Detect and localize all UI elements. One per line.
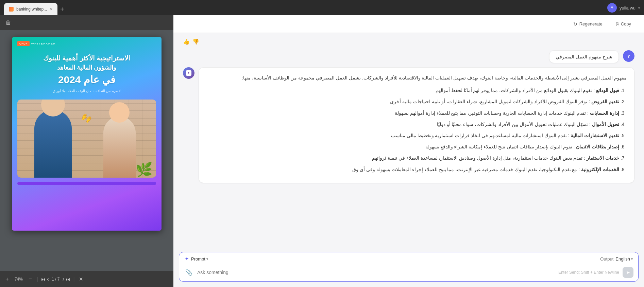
ai-logo: ✦ bbox=[186, 70, 191, 76]
prompt-toolbar: ✦ Prompt ▾ Output English ▾ bbox=[179, 252, 638, 264]
pdf-title-line1: الاستراتيجية الأكثر أهمية للبنوك bbox=[19, 53, 155, 63]
nav-last-button[interactable]: ⏭ bbox=[66, 276, 70, 282]
thumbs-up-button[interactable]: 👍 bbox=[183, 38, 190, 45]
user-dropdown-icon[interactable]: ▾ bbox=[638, 6, 640, 10]
ai-avatar: ✦ bbox=[183, 67, 194, 79]
thumbs-down-button[interactable]: 👎 bbox=[192, 38, 199, 45]
user-name: yulia wu bbox=[620, 5, 635, 11]
prompt-sparkle-icon: ✦ bbox=[185, 256, 189, 262]
language-chevron-icon: ▾ bbox=[631, 257, 633, 261]
zoom-in-button[interactable]: + bbox=[3, 275, 11, 283]
copy-icon: ⎘ bbox=[616, 21, 619, 27]
prompt-dropdown-button[interactable]: Prompt ▾ bbox=[191, 256, 208, 262]
new-tab-button[interactable]: + bbox=[60, 5, 64, 13]
send-button[interactable]: ➤ bbox=[623, 267, 633, 278]
pdf-accent-bar bbox=[17, 182, 156, 185]
ai-list: قبول الودائع : تقوم البنوك بقبول الودائع… bbox=[206, 86, 627, 174]
chat-panel: ↻ Regenerate ⎘ Copy 👍 👎 شرح مفهوم العمل … bbox=[173, 15, 644, 287]
zoom-out-button[interactable]: − bbox=[27, 275, 34, 283]
list-item: تقديم الاستشارات المالية : تقدم البنوك ا… bbox=[206, 131, 619, 140]
pdf-title-year: في عام 2024 bbox=[19, 74, 155, 86]
pdf-title-area: الاستراتيجية الأكثر أهمية للبنوك والشؤون… bbox=[12, 50, 162, 95]
pdf-subtitle: لا مزيد من التفاقات؛ حان الوقت للذهاب بل… bbox=[19, 89, 155, 93]
list-item: إصدار بطاقات الائتمان : تقوم البنوك بإصد… bbox=[206, 143, 619, 151]
pdf-page: UPDF WHITEPAPER الاستراتيجية الأكثر أهمي… bbox=[12, 37, 162, 231]
copy-button[interactable]: ⎘ Copy bbox=[613, 19, 634, 29]
list-item: تحويل الأموال : تسهّل البنوك عمليات تحوي… bbox=[206, 120, 619, 129]
ai-intro: مفهوم العمل المصرفي يشير إلى الأنشطة وال… bbox=[206, 74, 627, 82]
regenerate-icon: ↻ bbox=[573, 21, 577, 27]
ai-message-row: ✦ مفهوم العمل المصرفي يشير إلى الأنشطة و… bbox=[183, 67, 634, 183]
tab-label: banking whitep... bbox=[16, 7, 47, 12]
pdf-panel: 🗑 UPDF WHITEPAPER الاستراتيجية الأكثر أه… bbox=[0, 15, 173, 287]
pdf-title-line2: والشؤون المالية المعاهد bbox=[19, 63, 155, 72]
list-item: خدمات الاستثمار : تقدم بعض البنوك خدمات … bbox=[206, 154, 619, 162]
tab-favicon bbox=[9, 7, 14, 12]
user-message-row: شرح مفهوم العمل المصرفي Y bbox=[183, 50, 634, 63]
list-item: تقديم القروض : توفر البنوك القروض للأفرا… bbox=[206, 97, 619, 106]
pdf-bottom-toolbar: + 74% − | ⏮ ‹ 1 / 7 › ⏭ | ✕ bbox=[0, 271, 173, 287]
list-item: قبول الودائع : تقوم البنوك بقبول الودائع… bbox=[206, 86, 619, 95]
user-avatar: Y bbox=[607, 3, 617, 13]
close-pdf-button[interactable]: ✕ bbox=[79, 276, 83, 282]
prompt-chevron-icon: ▾ bbox=[206, 257, 208, 261]
chat-messages: 👍 👎 شرح مفهوم العمل المصرفي Y ✦ مفهوم ال… bbox=[173, 33, 644, 252]
user-avatar: Y bbox=[623, 50, 634, 62]
tab-close-icon[interactable]: ✕ bbox=[50, 7, 53, 12]
output-label: Output bbox=[600, 256, 613, 262]
prompt-area: ✦ Prompt ▾ Output English ▾ 📎 Enter Send… bbox=[179, 252, 639, 282]
pdf-content-area: UPDF WHITEPAPER الاستراتيجية الأكثر أهمي… bbox=[0, 30, 173, 271]
list-item: إدارة الحسابات : تقدم البنوك خدمات إدارة… bbox=[206, 109, 619, 118]
user-bubble: شرح مفهوم العمل المصرفي bbox=[549, 50, 619, 63]
prompt-input[interactable] bbox=[197, 270, 555, 275]
feedback-row: 👍 👎 bbox=[183, 38, 634, 46]
delete-button[interactable]: 🗑 bbox=[5, 19, 11, 26]
page-info: 1 / 7 bbox=[50, 277, 61, 282]
nav-next-button[interactable]: › bbox=[62, 275, 64, 283]
zoom-level: 74% bbox=[12, 277, 25, 282]
list-item: الخدمات الإلكترونية : مع تقدم التكنولوجي… bbox=[206, 165, 619, 174]
chat-action-bar: ↻ Regenerate ⎘ Copy bbox=[173, 15, 644, 33]
regenerate-button[interactable]: ↻ Regenerate bbox=[570, 19, 606, 29]
pdf-header-bar: UPDF WHITEPAPER bbox=[12, 37, 162, 50]
pdf-illustration: 🙌 🌿 bbox=[17, 100, 156, 178]
ai-bubble: مفهوم العمل المصرفي يشير إلى الأنشطة وال… bbox=[199, 67, 634, 183]
nav-first-button[interactable]: ⏮ bbox=[41, 276, 46, 282]
updf-badge: UPDF bbox=[17, 41, 30, 46]
whitepaper-badge: WHITEPAPER bbox=[31, 42, 56, 45]
active-tab[interactable]: banking whitep... ✕ bbox=[4, 3, 57, 15]
language-dropdown-button[interactable]: English ▾ bbox=[615, 256, 633, 262]
nav-prev-button[interactable]: ‹ bbox=[47, 275, 49, 283]
pdf-top-toolbar: 🗑 bbox=[0, 15, 173, 30]
prompt-input-row: 📎 Enter Send; Shift + Enter Newline ➤ bbox=[179, 264, 638, 281]
attach-button[interactable]: 📎 bbox=[184, 268, 194, 277]
send-hint: Enter Send; Shift + Enter Newline bbox=[558, 270, 619, 275]
